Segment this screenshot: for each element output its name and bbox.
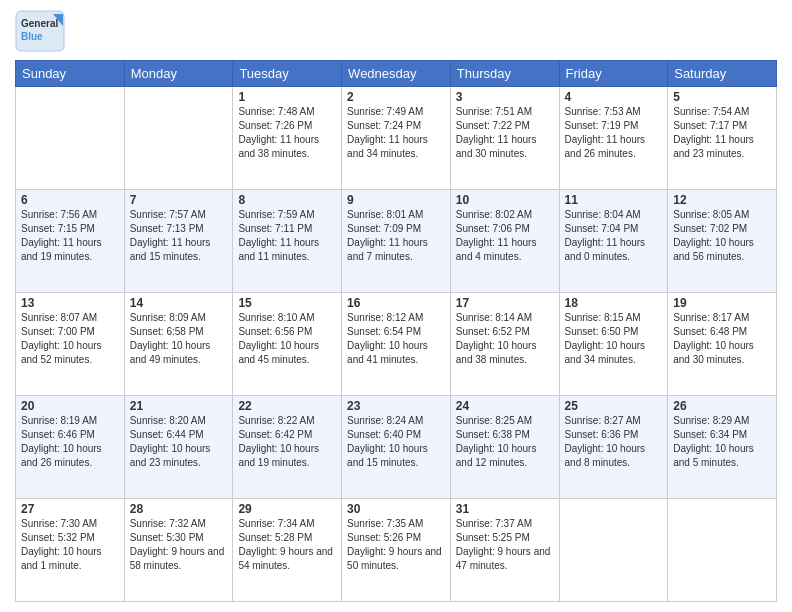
table-row: 27Sunrise: 7:30 AMSunset: 5:32 PMDayligh… (16, 499, 125, 602)
table-row: 8Sunrise: 7:59 AMSunset: 7:11 PMDaylight… (233, 190, 342, 293)
day-info: Sunrise: 7:49 AMSunset: 7:24 PMDaylight:… (347, 105, 445, 161)
day-number: 20 (21, 399, 119, 413)
weekday-header-row: Sunday Monday Tuesday Wednesday Thursday… (16, 61, 777, 87)
day-number: 13 (21, 296, 119, 310)
svg-text:General: General (21, 18, 58, 29)
day-number: 9 (347, 193, 445, 207)
day-number: 14 (130, 296, 228, 310)
day-info: Sunrise: 8:10 AMSunset: 6:56 PMDaylight:… (238, 311, 336, 367)
header-saturday: Saturday (668, 61, 777, 87)
day-number: 5 (673, 90, 771, 104)
day-info: Sunrise: 7:48 AMSunset: 7:26 PMDaylight:… (238, 105, 336, 161)
day-info: Sunrise: 7:30 AMSunset: 5:32 PMDaylight:… (21, 517, 119, 573)
table-row: 12Sunrise: 8:05 AMSunset: 7:02 PMDayligh… (668, 190, 777, 293)
day-number: 4 (565, 90, 663, 104)
header-monday: Monday (124, 61, 233, 87)
table-row: 18Sunrise: 8:15 AMSunset: 6:50 PMDayligh… (559, 293, 668, 396)
calendar-week-row: 1Sunrise: 7:48 AMSunset: 7:26 PMDaylight… (16, 87, 777, 190)
day-info: Sunrise: 7:37 AMSunset: 5:25 PMDaylight:… (456, 517, 554, 573)
day-number: 3 (456, 90, 554, 104)
day-number: 30 (347, 502, 445, 516)
calendar-week-row: 27Sunrise: 7:30 AMSunset: 5:32 PMDayligh… (16, 499, 777, 602)
day-number: 1 (238, 90, 336, 104)
day-info: Sunrise: 8:29 AMSunset: 6:34 PMDaylight:… (673, 414, 771, 470)
table-row: 22Sunrise: 8:22 AMSunset: 6:42 PMDayligh… (233, 396, 342, 499)
day-info: Sunrise: 8:20 AMSunset: 6:44 PMDaylight:… (130, 414, 228, 470)
day-info: Sunrise: 8:01 AMSunset: 7:09 PMDaylight:… (347, 208, 445, 264)
table-row: 1Sunrise: 7:48 AMSunset: 7:26 PMDaylight… (233, 87, 342, 190)
day-number: 22 (238, 399, 336, 413)
day-info: Sunrise: 7:35 AMSunset: 5:26 PMDaylight:… (347, 517, 445, 573)
day-number: 18 (565, 296, 663, 310)
header-sunday: Sunday (16, 61, 125, 87)
table-row: 5Sunrise: 7:54 AMSunset: 7:17 PMDaylight… (668, 87, 777, 190)
table-row: 3Sunrise: 7:51 AMSunset: 7:22 PMDaylight… (450, 87, 559, 190)
day-info: Sunrise: 8:24 AMSunset: 6:40 PMDaylight:… (347, 414, 445, 470)
table-row: 7Sunrise: 7:57 AMSunset: 7:13 PMDaylight… (124, 190, 233, 293)
day-info: Sunrise: 7:53 AMSunset: 7:19 PMDaylight:… (565, 105, 663, 161)
table-row: 2Sunrise: 7:49 AMSunset: 7:24 PMDaylight… (342, 87, 451, 190)
day-number: 16 (347, 296, 445, 310)
day-number: 29 (238, 502, 336, 516)
calendar-week-row: 6Sunrise: 7:56 AMSunset: 7:15 PMDaylight… (16, 190, 777, 293)
day-number: 11 (565, 193, 663, 207)
header-tuesday: Tuesday (233, 61, 342, 87)
svg-text:Blue: Blue (21, 31, 43, 42)
day-number: 27 (21, 502, 119, 516)
day-number: 23 (347, 399, 445, 413)
day-number: 2 (347, 90, 445, 104)
day-info: Sunrise: 8:14 AMSunset: 6:52 PMDaylight:… (456, 311, 554, 367)
day-info: Sunrise: 8:04 AMSunset: 7:04 PMDaylight:… (565, 208, 663, 264)
day-number: 31 (456, 502, 554, 516)
table-row (559, 499, 668, 602)
day-number: 7 (130, 193, 228, 207)
table-row: 13Sunrise: 8:07 AMSunset: 7:00 PMDayligh… (16, 293, 125, 396)
table-row: 15Sunrise: 8:10 AMSunset: 6:56 PMDayligh… (233, 293, 342, 396)
header: General Blue (15, 10, 777, 52)
header-thursday: Thursday (450, 61, 559, 87)
table-row: 9Sunrise: 8:01 AMSunset: 7:09 PMDaylight… (342, 190, 451, 293)
calendar-week-row: 20Sunrise: 8:19 AMSunset: 6:46 PMDayligh… (16, 396, 777, 499)
day-info: Sunrise: 7:51 AMSunset: 7:22 PMDaylight:… (456, 105, 554, 161)
table-row: 17Sunrise: 8:14 AMSunset: 6:52 PMDayligh… (450, 293, 559, 396)
table-row: 4Sunrise: 7:53 AMSunset: 7:19 PMDaylight… (559, 87, 668, 190)
table-row (16, 87, 125, 190)
day-number: 21 (130, 399, 228, 413)
day-number: 25 (565, 399, 663, 413)
table-row: 11Sunrise: 8:04 AMSunset: 7:04 PMDayligh… (559, 190, 668, 293)
day-number: 8 (238, 193, 336, 207)
calendar-week-row: 13Sunrise: 8:07 AMSunset: 7:00 PMDayligh… (16, 293, 777, 396)
day-info: Sunrise: 7:57 AMSunset: 7:13 PMDaylight:… (130, 208, 228, 264)
header-wednesday: Wednesday (342, 61, 451, 87)
day-info: Sunrise: 8:09 AMSunset: 6:58 PMDaylight:… (130, 311, 228, 367)
day-number: 6 (21, 193, 119, 207)
day-info: Sunrise: 8:07 AMSunset: 7:00 PMDaylight:… (21, 311, 119, 367)
table-row: 23Sunrise: 8:24 AMSunset: 6:40 PMDayligh… (342, 396, 451, 499)
day-info: Sunrise: 7:34 AMSunset: 5:28 PMDaylight:… (238, 517, 336, 573)
day-info: Sunrise: 8:22 AMSunset: 6:42 PMDaylight:… (238, 414, 336, 470)
table-row: 24Sunrise: 8:25 AMSunset: 6:38 PMDayligh… (450, 396, 559, 499)
day-info: Sunrise: 7:54 AMSunset: 7:17 PMDaylight:… (673, 105, 771, 161)
day-info: Sunrise: 8:25 AMSunset: 6:38 PMDaylight:… (456, 414, 554, 470)
table-row: 31Sunrise: 7:37 AMSunset: 5:25 PMDayligh… (450, 499, 559, 602)
day-number: 19 (673, 296, 771, 310)
day-info: Sunrise: 8:19 AMSunset: 6:46 PMDaylight:… (21, 414, 119, 470)
day-number: 26 (673, 399, 771, 413)
calendar-table: Sunday Monday Tuesday Wednesday Thursday… (15, 60, 777, 602)
day-info: Sunrise: 8:05 AMSunset: 7:02 PMDaylight:… (673, 208, 771, 264)
day-number: 24 (456, 399, 554, 413)
table-row: 20Sunrise: 8:19 AMSunset: 6:46 PMDayligh… (16, 396, 125, 499)
table-row: 10Sunrise: 8:02 AMSunset: 7:06 PMDayligh… (450, 190, 559, 293)
table-row: 21Sunrise: 8:20 AMSunset: 6:44 PMDayligh… (124, 396, 233, 499)
table-row: 19Sunrise: 8:17 AMSunset: 6:48 PMDayligh… (668, 293, 777, 396)
table-row (668, 499, 777, 602)
day-number: 17 (456, 296, 554, 310)
table-row: 14Sunrise: 8:09 AMSunset: 6:58 PMDayligh… (124, 293, 233, 396)
day-info: Sunrise: 8:27 AMSunset: 6:36 PMDaylight:… (565, 414, 663, 470)
day-number: 15 (238, 296, 336, 310)
logo-svg: General Blue (15, 10, 65, 52)
table-row: 26Sunrise: 8:29 AMSunset: 6:34 PMDayligh… (668, 396, 777, 499)
logo: General Blue (15, 10, 65, 52)
table-row: 30Sunrise: 7:35 AMSunset: 5:26 PMDayligh… (342, 499, 451, 602)
day-info: Sunrise: 8:12 AMSunset: 6:54 PMDaylight:… (347, 311, 445, 367)
